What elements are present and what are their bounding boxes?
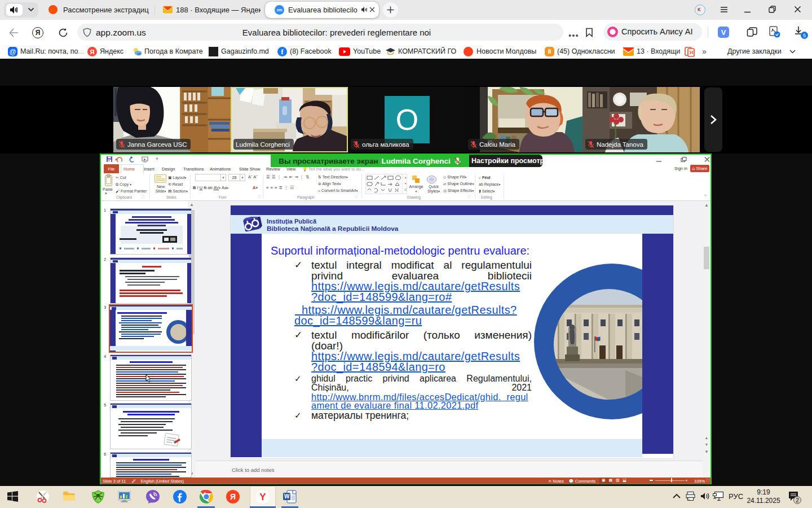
svg-text:O: O bbox=[396, 103, 418, 136]
svg-text:Y: Y bbox=[259, 492, 266, 502]
svg-text:Я: Я bbox=[230, 492, 236, 501]
svg-text:15: 15 bbox=[137, 52, 141, 56]
svg-text:W: W bbox=[284, 493, 290, 500]
